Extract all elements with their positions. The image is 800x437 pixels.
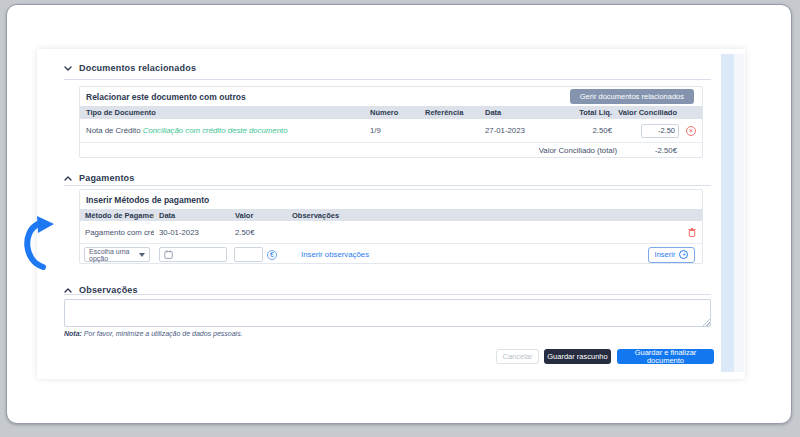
doc-date-cell: 27-01-2023 [479, 126, 555, 135]
plus-circle-icon: + [679, 250, 688, 259]
insert-observations-link[interactable]: Inserir observações [301, 250, 369, 259]
payment-method-select-value: Escolha uma opção [89, 248, 139, 262]
divider [64, 185, 711, 186]
doc-type-cell: Nota de Crédito Conciliação com crédito … [80, 126, 364, 135]
resize-handle-icon[interactable] [703, 319, 710, 326]
total-conciliado-value: -2.50€ [617, 146, 677, 155]
app-window-screenshot: Documentos relacionados Relacionar este … [6, 4, 792, 424]
related-docs-table-header: Tipo de Documento Número Referência Data… [80, 106, 702, 119]
col-header-valor: Valor [230, 211, 287, 220]
payments-card: Inserir Métodos de pagamento Método de P… [79, 189, 703, 264]
section-title-payments: Pagamentos [79, 173, 135, 183]
col-header-numero: Número [364, 108, 419, 117]
content-panel: Documentos relacionados Relacionar este … [37, 49, 745, 379]
related-docs-total-row: Valor Conciliado (total) -2.50€ [80, 143, 702, 158]
col-header-referencia: Referência [419, 108, 479, 117]
divider [64, 294, 711, 295]
payment-method-cell: Pagamento com crédito [80, 228, 154, 237]
payment-value-cell: 2.50€ [230, 228, 287, 237]
chevron-down-icon[interactable] [64, 66, 72, 71]
payments-card-title: Inserir Métodos de pagamento [86, 195, 209, 205]
section-header-related-docs[interactable]: Documentos relacionados [64, 61, 196, 75]
insert-payment-button[interactable]: Inserir + [648, 247, 695, 263]
insert-payment-label: Inserir [655, 250, 676, 259]
col-header-valor-conciliado: Valor Conciliado [618, 108, 704, 117]
conciliation-link[interactable]: Conciliação com crédito deste documento [143, 126, 288, 135]
payment-row: Pagamento com crédito 30-01-2023 2.50€ [80, 221, 702, 244]
payment-insert-row: Escolha uma opção € Inserir observações … [80, 244, 702, 265]
save-finalize-button[interactable]: Guardar e finalizar documento [617, 349, 714, 364]
observations-textarea[interactable] [64, 299, 711, 327]
payment-date-input[interactable] [159, 247, 227, 262]
payments-table-header: Método de Pagamento Data Valor Observaçõ… [80, 209, 702, 221]
valor-conciliado-input[interactable] [641, 124, 679, 138]
annotation-arrow-icon [22, 214, 64, 272]
scrollbar-track[interactable] [734, 54, 744, 372]
cancel-button[interactable]: Cancelar [496, 349, 539, 364]
trash-icon[interactable] [688, 228, 696, 237]
scrollbar-thumb[interactable] [721, 54, 734, 372]
payment-value-input[interactable] [234, 247, 263, 262]
observations-note-text: Por favor, minimize a utilização de dado… [84, 330, 243, 337]
doc-conciliado-cell: × [618, 124, 704, 138]
observations-note-label: Nota: [64, 330, 82, 337]
col-header-data: Data [154, 211, 230, 220]
col-header-observacoes: Observações [287, 211, 682, 220]
chevron-up-icon[interactable] [64, 176, 72, 181]
doc-number-cell: 1/9 [364, 126, 419, 135]
related-doc-row: Nota de Crédito Conciliação com crédito … [80, 119, 702, 143]
payment-date-cell: 30-01-2023 [154, 228, 230, 237]
euro-icon: € [267, 250, 277, 260]
observations-note: Nota: Por favor, minimize a utilização d… [64, 330, 243, 337]
save-draft-button[interactable]: Guardar rascunho [544, 349, 611, 364]
payment-method-select[interactable]: Escolha uma opção [84, 247, 150, 262]
chevron-up-icon[interactable] [64, 288, 72, 293]
calendar-icon [164, 250, 173, 259]
col-header-total-liq: Total Liq. [555, 108, 618, 117]
col-header-metodo: Método de Pagamento [80, 211, 154, 220]
col-header-tipo: Tipo de Documento [80, 108, 364, 117]
payment-actions-cell [682, 228, 702, 237]
chevron-down-icon [139, 253, 145, 257]
divider [64, 79, 711, 80]
section-header-payments[interactable]: Pagamentos [64, 171, 135, 185]
related-docs-card: Relacionar este documento com outros Ger… [79, 86, 703, 158]
related-docs-card-title: Relacionar este documento com outros [86, 92, 246, 102]
remove-conciliation-icon[interactable]: × [686, 126, 696, 136]
total-conciliado-label: Valor Conciliado (total) [539, 146, 617, 155]
doc-total-cell: 2.50€ [555, 126, 618, 135]
col-header-data: Data [479, 108, 555, 117]
section-title-related-docs: Documentos relacionados [79, 63, 196, 73]
manage-related-docs-button[interactable]: Gerir documentos relacionados [570, 89, 694, 105]
doc-type-label: Nota de Crédito [86, 126, 141, 135]
